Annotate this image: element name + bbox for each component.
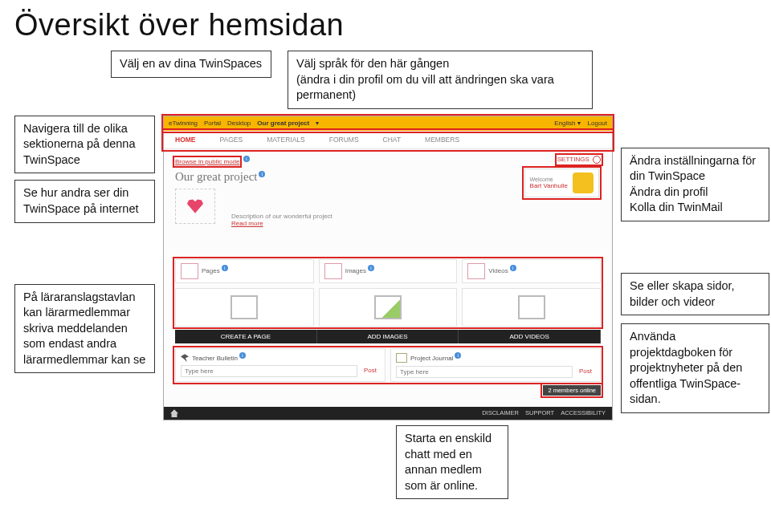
create-page-button[interactable]: CREATE A PAGE xyxy=(175,330,317,343)
nav-pages[interactable]: PAGES xyxy=(220,136,243,144)
desktop-link[interactable]: Desktop xyxy=(227,120,251,127)
info-icon[interactable]: i xyxy=(259,171,265,177)
images-icon xyxy=(324,263,342,279)
info-icon[interactable]: i xyxy=(222,265,228,271)
teacher-bulletin-post-button[interactable]: Post xyxy=(361,365,380,377)
language-dropdown[interactable]: English xyxy=(554,120,575,127)
nav-members[interactable]: MEMBERS xyxy=(425,136,459,144)
project-image-placeholder xyxy=(175,189,215,224)
callout-project-journal: Använda projektdagboken för projektnyhet… xyxy=(621,323,769,413)
nav-home[interactable]: HOME xyxy=(175,136,196,144)
content-tiles: Pagesi Imagesi Videosi xyxy=(175,259,601,327)
nav-chat[interactable]: CHAT xyxy=(383,136,402,144)
info-icon[interactable]: i xyxy=(455,352,461,359)
tile-videos-header: Videosi xyxy=(462,259,601,283)
callout-language-line1: Välj språk för den här gången xyxy=(296,57,449,70)
tile-images-placeholder xyxy=(319,288,458,327)
settings-link[interactable]: SETTINGS xyxy=(557,156,601,164)
welcome-label: Welcome xyxy=(530,177,568,182)
info-icon[interactable]: i xyxy=(243,156,250,162)
twinspace-screenshot: eTwinning Portal Desktop Our great proje… xyxy=(163,116,613,421)
nav-forums[interactable]: FORUMS xyxy=(329,136,359,144)
nav-materials[interactable]: MATERIALS xyxy=(267,136,305,144)
welcome-username: Bart Vanhulle xyxy=(530,182,568,189)
members-online-badge[interactable]: 2 members online xyxy=(543,385,601,396)
footer-disclaimer[interactable]: DISCLAIMER xyxy=(482,409,519,417)
callout-navigate-sections: Navigera till de olika sektionerna på de… xyxy=(14,116,155,174)
callout-start-chat: Starta en enskild chatt med en annan med… xyxy=(396,425,508,499)
pages-icon xyxy=(181,263,198,279)
welcome-panel[interactable]: Welcome Bart Vanhulle xyxy=(524,169,599,197)
avatar[interactable] xyxy=(573,173,594,193)
callout-select-language: Välj språk för den här gången (ändra i d… xyxy=(288,51,593,109)
project-journal-panel: Project Journali Post xyxy=(390,348,601,383)
callout-teacher-bulletin: På läraranslagstavlan kan lärarmedlemmar… xyxy=(14,284,155,374)
read-more-link[interactable]: Read more xyxy=(231,220,601,227)
chevron-down-icon[interactable]: ▾ xyxy=(577,120,581,127)
add-videos-button[interactable]: ADD VIDEOS xyxy=(459,330,601,343)
page-title: Översikt över hemsidan xyxy=(14,8,757,43)
home-icon[interactable] xyxy=(170,409,178,417)
callout-language-line2: (ändra i din profil om du vill att ändri… xyxy=(296,73,554,102)
footer-support[interactable]: SUPPORT xyxy=(525,409,554,417)
topbar: eTwinning Portal Desktop Our great proje… xyxy=(164,116,612,131)
callout-public-view: Se hur andra ser din TwinSpace på intern… xyxy=(14,180,155,222)
teacher-bulletin-panel: Teacher Bulletini Post xyxy=(175,348,386,383)
add-images-button[interactable]: ADD IMAGES xyxy=(317,330,459,343)
project-journal-input[interactable] xyxy=(396,366,573,378)
pin-icon xyxy=(181,354,189,362)
tile-images-header: Imagesi xyxy=(319,259,458,283)
brand-label: eTwinning xyxy=(169,120,198,127)
info-icon[interactable]: i xyxy=(239,352,246,359)
project-journal-post-button[interactable]: Post xyxy=(576,366,595,378)
callout-settings-profile-mail: Ändra inställningarna för din TwinSpace … xyxy=(621,148,769,221)
main-nav: HOME PAGES MATERIALS FORUMS CHAT MEMBERS xyxy=(164,131,612,149)
footer-accessibility[interactable]: ACCESSIBILITY xyxy=(561,409,606,417)
logout-link[interactable]: Logout xyxy=(588,120,607,127)
teacher-bulletin-input[interactable] xyxy=(181,365,357,377)
book-icon xyxy=(396,353,407,363)
project-dropdown[interactable]: Our great project xyxy=(257,120,309,127)
heart-icon xyxy=(187,199,203,213)
videos-icon xyxy=(467,263,485,279)
info-icon[interactable]: i xyxy=(368,265,374,271)
tile-pages-header: Pagesi xyxy=(175,259,314,283)
portal-link[interactable]: Portal xyxy=(204,120,221,127)
tile-videos-placeholder xyxy=(462,288,601,327)
action-bar: CREATE A PAGE ADD IMAGES ADD VIDEOS xyxy=(175,330,601,343)
gear-icon xyxy=(593,156,601,164)
browse-public-link[interactable]: Browse in public mode xyxy=(175,158,239,165)
tile-pages-placeholder xyxy=(175,288,314,327)
callout-content-tiles: Se eller skapa sidor, bilder och videor xyxy=(621,273,769,315)
info-icon[interactable]: i xyxy=(510,265,516,271)
footer-bar: DISCLAIMER SUPPORT ACCESSIBILITY xyxy=(164,407,612,420)
project-description: Description of our wonderful project xyxy=(231,213,601,220)
callout-select-twinspace: Välj en av dina TwinSpaces xyxy=(111,51,271,78)
chevron-down-icon[interactable]: ▾ xyxy=(316,120,319,127)
journals-row: Teacher Bulletini Post Project Journali … xyxy=(175,348,601,383)
